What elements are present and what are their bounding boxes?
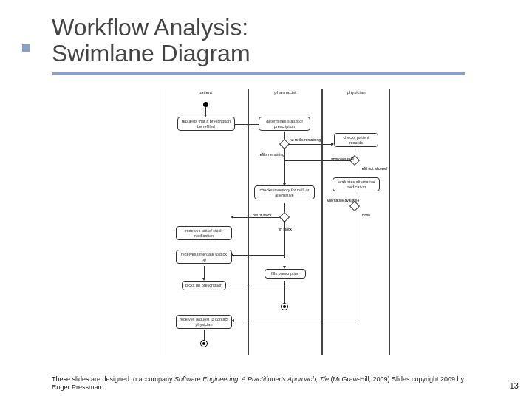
page-number: 13 <box>510 381 519 390</box>
node-request-refill: requests that a prescription be refilled <box>177 117 235 131</box>
label-none: none <box>362 213 370 217</box>
edge <box>288 144 332 145</box>
lane-physician: physician <box>322 89 390 355</box>
lane-header: pharmacist <box>249 89 321 99</box>
edge <box>284 221 285 258</box>
title-line-1: Workflow Analysis: <box>52 14 248 41</box>
edge <box>355 210 355 321</box>
node-contact-physician: receives request to contact physician <box>176 315 232 329</box>
arrow <box>231 216 233 219</box>
footer-book-title: Software Engineering: A Practitioner's A… <box>174 375 329 383</box>
node-fill-rx: fills prescription <box>265 269 306 279</box>
accent-square <box>22 44 30 52</box>
label-alt-avail: alternative available <box>327 198 359 202</box>
node-pickup-rx: picks up prescription <box>182 281 226 290</box>
node-check-inventory: checks inventory for refill or alternati… <box>254 185 315 200</box>
activity-end <box>281 303 288 310</box>
slide-title: Workflow Analysis: Swimlane Diagram <box>0 15 532 72</box>
lane-header: patient <box>163 89 248 99</box>
edge <box>226 287 285 287</box>
edge <box>355 164 355 177</box>
final-end <box>200 340 208 347</box>
edge <box>284 160 351 161</box>
label-not-allowed: refill not allowed <box>361 166 387 171</box>
title-divider <box>52 72 466 75</box>
swimlane-diagram: patient pharmacist physician requests th… <box>163 89 392 355</box>
edge <box>284 148 285 185</box>
slide: Workflow Analysis: Swimlane Diagram pati… <box>0 0 532 399</box>
label-in-stock: in stock <box>279 227 292 231</box>
label-refills-remain: refills remaining <box>259 152 284 157</box>
edge <box>233 255 284 256</box>
lane-header: physician <box>323 89 389 99</box>
node-check-records: checks patient records <box>334 133 378 147</box>
title-line-2: Swimlane Diagram <box>52 40 250 66</box>
slide-footer: These slides are designed to accompany S… <box>52 375 466 392</box>
node-determine-status: determines status of prescription <box>259 117 310 131</box>
edge <box>204 330 205 340</box>
node-pickup-time: receives time/date to pick up <box>176 250 232 264</box>
edge <box>233 217 281 218</box>
edge <box>205 107 206 115</box>
node-oos-notice: receives out of stock notification <box>176 226 232 240</box>
node-evaluate-alt: evaluates alternative medication <box>332 177 380 191</box>
label-no-refills: no refills remaining <box>290 137 321 142</box>
start-node <box>203 102 208 107</box>
edge <box>284 281 285 303</box>
footer-prefix: These slides are designed to accompany <box>52 375 174 383</box>
edge <box>233 321 355 321</box>
